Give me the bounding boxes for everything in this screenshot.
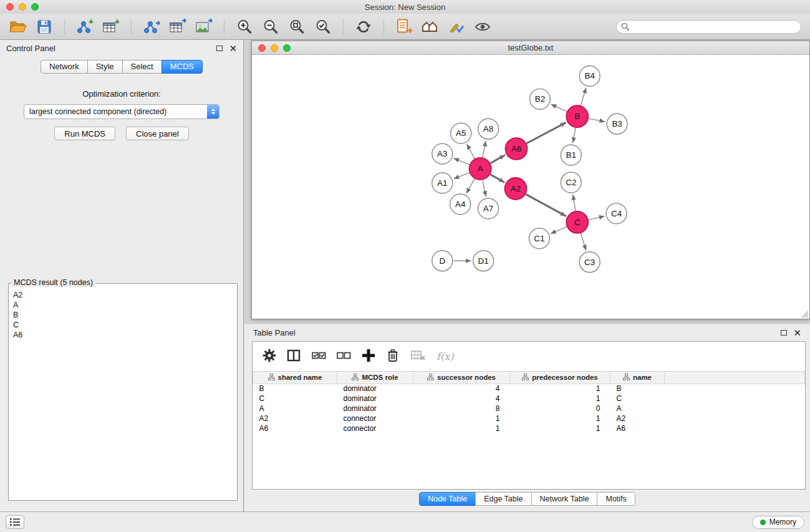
graph-node-A2[interactable]: A2 [505,178,527,200]
search-input[interactable] [616,20,801,34]
refresh-button[interactable] [353,17,374,37]
overview-button[interactable] [420,17,441,37]
graph-node-B1[interactable]: B1 [561,145,581,165]
mcds-result-item[interactable]: A6 [13,330,233,340]
tab-edge-table[interactable]: Edge Table [475,492,531,506]
delete-column-button[interactable] [386,349,400,364]
run-mcds-button[interactable]: Run MCDS [54,127,115,140]
graph-node-A7[interactable]: A7 [478,198,499,219]
graph-edge-A-A8[interactable] [483,141,486,158]
tab-network-table[interactable]: Network Table [531,492,598,506]
tab-node-table[interactable]: Node Table [419,492,476,506]
float-table-panel-icon[interactable] [781,330,787,336]
zoom-selected-button[interactable] [312,17,334,37]
graph-node-C4[interactable]: C4 [606,203,627,224]
first-neighbors-button[interactable] [393,17,415,37]
zoom-network-window-icon[interactable] [283,44,291,52]
apply-style-button[interactable] [446,17,467,37]
graph-node-B4[interactable]: B4 [579,65,600,86]
graph-node-B2[interactable]: B2 [529,89,550,109]
graph-edge-B-B2[interactable] [551,104,567,112]
criterion-dropdown[interactable]: largest connected component (directed) [24,104,219,119]
graph-node-C3[interactable]: C3 [579,252,600,273]
open-session-button[interactable] [7,17,29,37]
export-image-button[interactable] [193,17,215,37]
graph-edge-B-B1[interactable] [573,128,576,143]
table-row-A[interactable]: Adominator80A [253,404,805,414]
export-table-button[interactable] [167,17,188,37]
network-canvas[interactable]: AA1A2A3A4A5A6A7A8BB1B2B3B4CC1C2C3C4DD1 [252,56,809,319]
graph-node-A8[interactable]: A8 [478,118,499,139]
graph-edge-A-A1[interactable] [453,173,469,179]
column-header-name[interactable]: name [610,372,665,384]
graph-node-B[interactable]: B [566,105,588,127]
zoom-fit-button[interactable] [286,17,307,37]
minimize-network-window-icon[interactable] [271,44,278,52]
graph-node-A5[interactable]: A5 [451,123,471,143]
tab-mcds[interactable]: MCDS [162,60,203,74]
column-header-predecessor-nodes[interactable]: predecessor nodes [510,372,610,384]
graph-edge-A-A4[interactable] [466,179,475,194]
table-settings-button[interactable] [263,349,276,364]
tab-select[interactable]: Select [122,60,162,74]
table-row-B[interactable]: Bdominator41B [253,384,805,394]
graph-edge-A2-C[interactable] [526,194,566,216]
graph-edge-B-B3[interactable] [589,118,605,122]
graph-edge-A-A5[interactable] [466,144,475,159]
column-header-successor-nodes[interactable]: successor nodes [413,372,510,384]
deselect-all-button[interactable] [337,349,351,364]
graph-edge-B-B4[interactable] [581,87,586,105]
graph-node-A6[interactable]: A6 [506,138,528,160]
mcds-result-item[interactable]: C [13,320,233,330]
table-row-C[interactable]: Cdominator41C [253,394,805,404]
save-session-button[interactable] [34,17,55,37]
network-window-titlebar[interactable]: testGlobe.txt [252,41,809,55]
graph-node-D[interactable]: D [432,251,453,271]
graph-edge-A-A3[interactable] [453,158,470,165]
import-table-button[interactable] [100,17,122,37]
table-row-A6[interactable]: A6connector11A6 [253,423,805,433]
import-network-button[interactable] [74,17,95,37]
graph-edge-A-A7[interactable] [483,180,486,197]
graph-edge-A6-B[interactable] [526,122,566,143]
graph-node-C1[interactable]: C1 [529,228,549,249]
close-panel-icon[interactable]: ✕ [229,44,237,53]
tab-network[interactable]: Network [41,60,88,74]
tab-style[interactable]: Style [87,60,123,74]
mcds-result-item[interactable]: A2 [13,290,233,300]
export-network-button[interactable] [141,17,162,37]
graph-edge-A-A6[interactable] [490,155,505,163]
graph-edge-A-A2[interactable] [490,175,504,183]
close-window-icon[interactable] [6,3,14,11]
graph-node-A3[interactable]: A3 [432,143,453,164]
graph-node-C2[interactable]: C2 [561,172,581,193]
task-history-button[interactable] [6,515,24,529]
column-header-MCDS-role[interactable]: MCDS role [337,372,413,384]
tab-motifs[interactable]: Motifs [597,492,635,506]
graph-node-C[interactable]: C [566,211,588,233]
delete-table-button[interactable] [410,349,426,364]
column-header-shared-name[interactable]: shared name [253,372,337,384]
table-row-A2[interactable]: A2connector11A2 [253,414,805,423]
graph-node-A[interactable]: A [470,158,491,180]
graph-node-A1[interactable]: A1 [432,173,453,193]
close-table-panel-icon[interactable]: ✕ [793,328,801,337]
graph-node-D1[interactable]: D1 [473,251,494,271]
zoom-in-button[interactable] [234,17,255,37]
graph-edge-C-C4[interactable] [589,216,605,220]
graph-node-A4[interactable]: A4 [450,194,471,215]
close-network-window-icon[interactable] [258,44,266,52]
minimize-window-icon[interactable] [19,3,26,11]
graph-edge-C-C3[interactable] [581,233,586,251]
show-columns-button[interactable] [287,349,301,364]
mcds-result-item[interactable]: B [13,310,233,320]
show-hide-button[interactable] [472,17,493,37]
close-panel-button[interactable]: Close panel [126,127,189,140]
resize-grip-icon[interactable] [801,310,809,318]
select-all-button[interactable] [312,349,326,364]
mcds-result-item[interactable]: A [13,300,233,310]
zoom-window-icon[interactable] [31,3,39,11]
memory-button[interactable]: Memory [752,516,804,529]
graph-node-B3[interactable]: B3 [607,114,627,134]
function-builder-button[interactable]: f(x) [436,351,453,362]
